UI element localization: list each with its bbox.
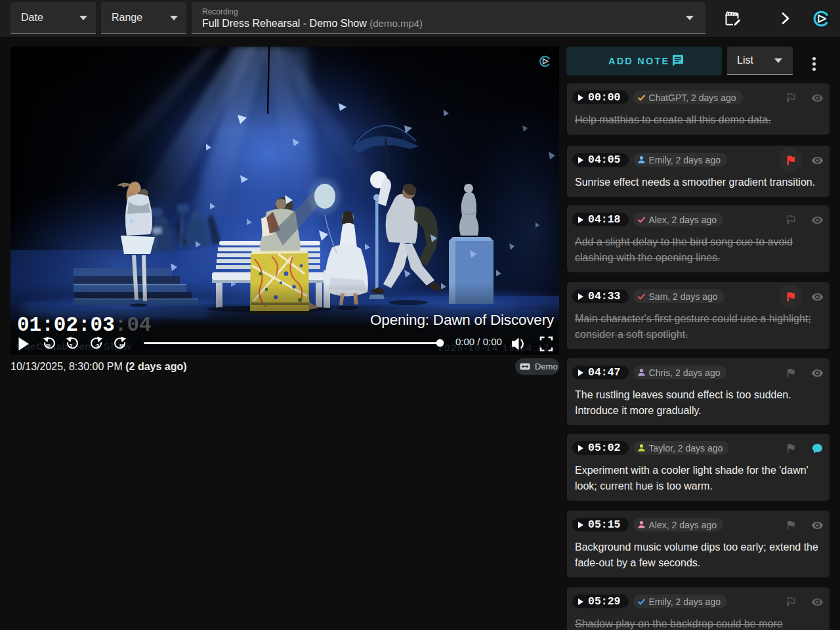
- svg-text:30: 30: [45, 343, 51, 348]
- svg-text:30: 30: [119, 343, 125, 348]
- svg-text:5: 5: [96, 343, 99, 348]
- svg-text:5: 5: [70, 343, 72, 348]
